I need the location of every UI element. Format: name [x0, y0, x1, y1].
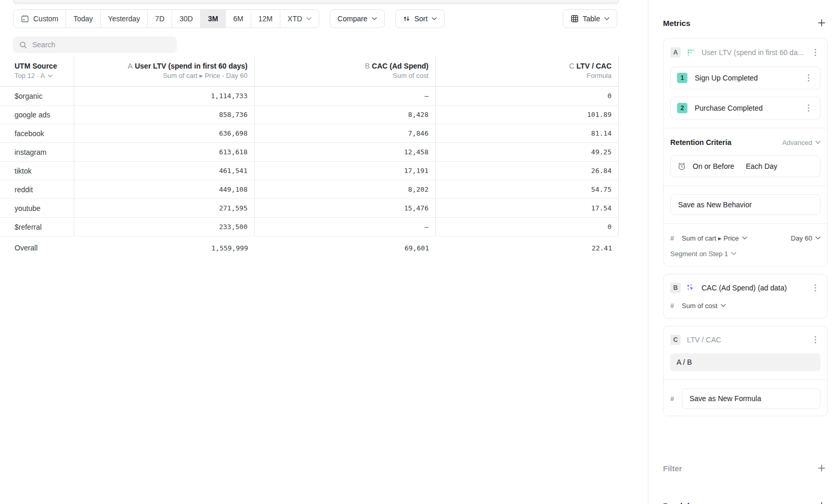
- column-title: UTM Source: [15, 62, 57, 70]
- divider: [664, 128, 827, 128]
- segment-dropdown[interactable]: Segment on Step 1: [670, 248, 821, 259]
- breakdown-header: Breakdown: [663, 499, 828, 504]
- compare-button[interactable]: Compare: [330, 9, 385, 28]
- cell-ltv-cac: 26.84: [436, 162, 619, 180]
- date-range-7d[interactable]: 7D: [148, 10, 172, 28]
- metric-a-header: A User LTV (spend in first 60 da...: [670, 46, 821, 59]
- aggregation-label: Sum of cost: [682, 302, 718, 310]
- table-row[interactable]: instagram 613,618 12,458 49.25: [0, 143, 619, 162]
- cell-ltv-cac: 49.25: [436, 143, 619, 161]
- date-range-label: Yesterday: [108, 15, 140, 23]
- add-metric-button[interactable]: [815, 17, 828, 29]
- chevron-down-icon: [742, 236, 747, 240]
- retention-mode-label: Advanced: [782, 139, 812, 147]
- metric-b-header: B CAC (Ad Spend) (ad data): [670, 281, 821, 295]
- retention-mode-dropdown[interactable]: Advanced: [782, 139, 821, 147]
- cell-cac: –: [255, 218, 436, 236]
- retention-behavior-row[interactable]: On or Before Each Day: [670, 155, 821, 177]
- retention-condition[interactable]: On or Before: [693, 162, 734, 170]
- column-subtitle: Sum of cart ▸ Price - Day 60: [163, 72, 248, 79]
- cell-cac: –: [255, 87, 436, 105]
- event-step-2[interactable]: 2 Purchase Completed: [670, 97, 821, 120]
- column-header-utm-source[interactable]: UTM Source Top 12 · A: [0, 56, 74, 86]
- kebab-menu-icon[interactable]: [803, 73, 814, 83]
- calendar-icon: [21, 15, 29, 23]
- kebab-menu-icon[interactable]: [803, 103, 814, 113]
- cell-utm-source: reddit: [0, 180, 74, 198]
- numeric-property-icon: #: [670, 234, 677, 242]
- column-subtitle: Top 12 · A: [15, 72, 45, 79]
- view-type-button[interactable]: Table: [563, 9, 617, 28]
- table-row[interactable]: tiktok 461,541 17,191 26.84: [0, 162, 619, 180]
- cell-cac: 8,428: [255, 105, 436, 124]
- window-label: Day 60: [791, 234, 812, 242]
- date-range-label: 6M: [233, 15, 243, 23]
- date-range-label: XTD: [288, 15, 302, 23]
- add-breakdown-button[interactable]: [815, 499, 828, 504]
- table-row[interactable]: reddit 449,108 8,202 54.75: [0, 180, 619, 199]
- view-type-label: Table: [583, 15, 600, 23]
- retention-period[interactable]: Each Day: [746, 162, 777, 170]
- aggregation-dropdown[interactable]: Sum of cart ▸ Price: [682, 234, 786, 242]
- window-dropdown[interactable]: Day 60: [791, 234, 821, 242]
- date-range-xtd[interactable]: XTD: [280, 10, 319, 28]
- save-formula-button[interactable]: Save as New Formula: [682, 388, 821, 409]
- table-row[interactable]: youtube 271,595 15,476 17.54: [0, 199, 619, 218]
- date-range-label: Today: [73, 15, 93, 23]
- add-filter-button[interactable]: [815, 462, 828, 474]
- search-input[interactable]: [32, 41, 171, 49]
- overall-label: Overall: [0, 236, 74, 259]
- kebab-menu-icon[interactable]: [810, 283, 821, 293]
- cell-cac: 12,458: [255, 143, 436, 161]
- cell-cac: 17,191: [255, 162, 436, 180]
- date-range-12m[interactable]: 12M: [251, 10, 280, 28]
- event-step-1[interactable]: 1 Sign Up Completed: [670, 67, 821, 89]
- config-sidebar: Metrics A User LTV (spend in first 60 da…: [648, 0, 832, 504]
- column-header-user-ltv[interactable]: AUser LTV (spend in first 60 days) Sum o…: [74, 56, 255, 86]
- table-body: $organic 1,114,733 – 0 google ads 858,73…: [0, 86, 619, 236]
- date-range-group: Custom Today Yesterday 7D 30D 3M 6M 12M …: [13, 9, 319, 28]
- retention-criteria-title: Retention Criteria: [670, 138, 731, 147]
- aggregation-row: # Sum of cart ▸ Price Day 60: [670, 232, 821, 244]
- aggregation-row: # Sum of cost: [670, 300, 821, 311]
- date-range-yesterday[interactable]: Yesterday: [101, 10, 148, 28]
- formula-input[interactable]: A / B: [670, 353, 821, 371]
- date-range-30d[interactable]: 30D: [172, 10, 201, 28]
- chevron-down-icon: [731, 252, 736, 255]
- metric-b-title[interactable]: CAC (Ad Spend) (ad data): [701, 284, 804, 292]
- cell-user-ltv: 233,500: [74, 218, 255, 236]
- cell-cac: 7,846: [255, 124, 436, 142]
- date-range-3m[interactable]: 3M: [201, 10, 226, 28]
- chevron-down-icon[interactable]: [48, 74, 53, 77]
- analytics-app: Custom Today Yesterday 7D 30D 3M 6M 12M …: [0, 0, 832, 504]
- save-behavior-button[interactable]: Save as New Behavior: [670, 194, 821, 215]
- metric-letter-badge: C: [670, 335, 681, 345]
- aggregation-dropdown[interactable]: Sum of cost: [682, 302, 821, 310]
- behavior-metric-icon: [687, 48, 695, 57]
- metric-a-title[interactable]: User LTV (spend in first 60 da...: [701, 48, 804, 57]
- column-header-ltv-cac[interactable]: CLTV / CAC Formula: [436, 56, 619, 86]
- table-overall-row: Overall 1,559,999 69,601 22.41: [0, 236, 619, 259]
- cell-ltv-cac: 54.75: [436, 180, 619, 198]
- table-row[interactable]: google ads 858,736 8,428 101.89: [0, 105, 619, 124]
- chevron-down-icon: [604, 17, 609, 20]
- sort-button[interactable]: Sort: [395, 9, 445, 28]
- chevron-down-icon: [721, 304, 726, 307]
- date-range-custom[interactable]: Custom: [14, 10, 66, 28]
- kebab-menu-icon[interactable]: [810, 335, 821, 345]
- table-row[interactable]: $referral 233,500 – 0: [0, 218, 619, 236]
- step-number-badge: 2: [677, 103, 687, 113]
- table-row[interactable]: facebook 636,698 7,846 81.14: [0, 124, 619, 143]
- cell-user-ltv: 636,698: [74, 124, 255, 142]
- date-range-6m[interactable]: 6M: [226, 10, 251, 28]
- chevron-down-icon: [815, 236, 821, 240]
- date-range-today[interactable]: Today: [66, 10, 100, 28]
- metric-c-title[interactable]: LTV / CAC: [687, 336, 804, 344]
- segment-label: Segment on Step 1: [670, 250, 728, 258]
- table-row[interactable]: $organic 1,114,733 – 0: [0, 87, 619, 105]
- column-header-cac[interactable]: BCAC (Ad Spend) Sum of cost: [255, 56, 436, 86]
- sort-arrows-icon: [403, 15, 410, 22]
- cell-ltv-cac: 101.89: [436, 105, 619, 124]
- formula-save-row: # Save as New Formula: [670, 388, 821, 409]
- kebab-menu-icon[interactable]: [810, 47, 821, 58]
